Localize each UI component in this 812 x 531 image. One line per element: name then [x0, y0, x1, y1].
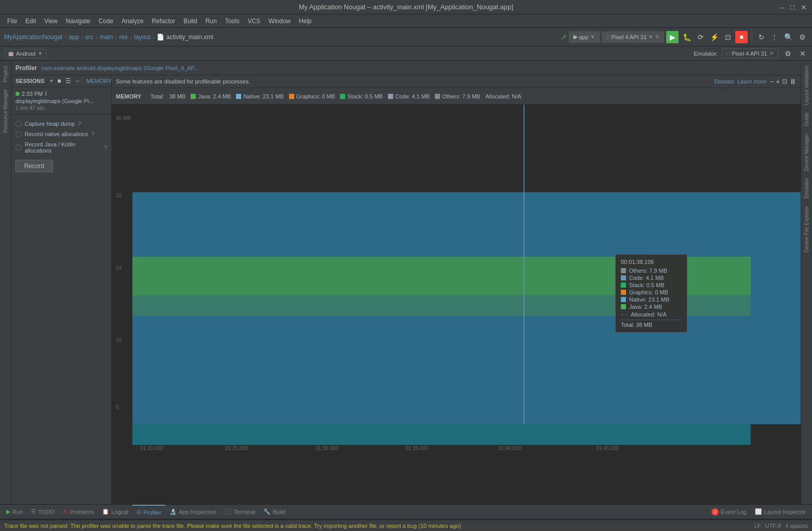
menu-refactor[interactable]: Refactor [149, 16, 178, 26]
app-selector[interactable]: ▶ app ▼ [569, 31, 600, 43]
breadcrumb-main[interactable]: main [99, 34, 113, 41]
capture-heap-label: Capture heap dump [25, 121, 75, 127]
sidebar-item-layout-validation[interactable]: Layout Validation [802, 63, 811, 108]
menu-vcs[interactable]: VCS [245, 16, 264, 26]
record-native-help[interactable]: ? [91, 131, 94, 137]
build-tab[interactable]: 🔧 Build [259, 505, 289, 519]
svg-text:01:40.000: 01:40.000 [498, 445, 521, 451]
breadcrumb-layout[interactable]: layout [134, 34, 150, 41]
sidebar-item-device-manager[interactable]: Device Manager [802, 130, 811, 174]
more-actions[interactable]: ⋮ [769, 32, 780, 42]
record-java-help[interactable]: ? [104, 144, 107, 151]
window-title: My Application Nougat – activity_main.xm… [299, 3, 513, 11]
capture-heap-radio[interactable] [15, 121, 22, 127]
sidebar-item-guide[interactable]: Guide [802, 109, 811, 129]
sidebar-item-resource-manager[interactable]: Resource Manager [1, 86, 10, 136]
sidebar-item-project[interactable]: Project [1, 63, 10, 85]
terminal-tab[interactable]: ⬛ Terminal [221, 505, 260, 519]
menu-file[interactable]: File [4, 16, 20, 26]
coverage-button[interactable]: ⟳ [696, 32, 706, 42]
menu-help[interactable]: Help [296, 16, 315, 26]
emulator-device-name: Pixel 4 API 31 [732, 51, 768, 57]
menu-run[interactable]: Run [202, 16, 220, 26]
terminal-label: Terminal [234, 509, 256, 515]
breadcrumb-app[interactable]: app [69, 34, 79, 41]
svg-text:01:45.000: 01:45.000 [596, 445, 619, 451]
learn-more-link[interactable]: Learn more [737, 78, 766, 85]
pause-btn[interactable]: ⏸ [789, 77, 797, 86]
android-selector[interactable]: 🤖 Android ▼ [4, 49, 46, 58]
profiler-package[interactable]: com.example.android.displayingbitmaps (G… [41, 65, 199, 71]
breadcrumb-res[interactable]: res [119, 34, 128, 41]
record-java-radio[interactable] [15, 144, 22, 151]
menu-navigate[interactable]: Navigate [63, 16, 93, 26]
menu-window[interactable]: Window [265, 16, 294, 26]
profiler-tab[interactable]: ⊙ Profiler [132, 505, 165, 519]
logcat-tab[interactable]: 📋 Logcat [98, 505, 132, 519]
layout-inspector-tab[interactable]: ⬜ Layout Inspector [751, 505, 810, 519]
emulator-settings[interactable]: ⚙ [783, 48, 793, 59]
spaces-indicator[interactable]: 4 spaces [785, 523, 808, 529]
cursor-icon[interactable]: ↗ [561, 33, 567, 41]
lf-indicator[interactable]: LF [754, 523, 761, 529]
emulator-close[interactable]: ✕ [798, 48, 808, 59]
profiler-label[interactable]: Profiler [15, 64, 37, 72]
maximize-btn[interactable]: □ [790, 3, 794, 11]
record-native-radio[interactable] [15, 131, 22, 137]
profile-button[interactable]: ⚡ [708, 32, 721, 42]
sessions-stop-btn[interactable]: ■ [56, 77, 62, 85]
breadcrumb-file[interactable]: 📄 activity_main.xml [157, 34, 213, 41]
memory-title: MEMORY [116, 93, 141, 99]
tooltip-graphics: Graphics: 0 MB [621, 289, 682, 295]
dismiss-link[interactable]: Dismiss [715, 78, 735, 85]
emulator-label: Emulator: [693, 51, 718, 57]
record-button[interactable]: Record [15, 160, 53, 172]
utf-indicator[interactable]: UTF-8 [765, 523, 781, 529]
emulator-device-selector[interactable]: □ Pixel 4 API 31 ✕ [722, 48, 779, 58]
settings-gear[interactable]: ⚙ [797, 32, 808, 42]
app-inspection-label: App Inspection [179, 509, 216, 515]
session-item[interactable]: 2:33 PM ℹ displayingbitmaps (Google Pi..… [11, 87, 111, 114]
app-inspection-tab[interactable]: 🔬 App Inspection [165, 505, 221, 519]
capture-heap-help[interactable]: ? [78, 121, 81, 127]
device-selector[interactable]: □ Pixel 4 API 31 ▼ ✕ [602, 31, 664, 43]
stop-button[interactable]: ■ [735, 31, 748, 43]
sessions-header: SESSIONS + ■ ☰ ← MEMORY ⚙ 🗑 [11, 75, 111, 87]
todo-tab[interactable]: ☰ TODO [27, 505, 59, 519]
sync-button[interactable]: ↻ [756, 32, 767, 42]
event-log-tab[interactable]: 2 Event Log [707, 505, 751, 519]
reset-zoom-btn[interactable]: ⊡ [782, 78, 787, 85]
sessions-list-btn[interactable]: ☰ [64, 77, 72, 85]
tooltip-allocated: - - Allocated: N/A [621, 311, 682, 318]
native-stat: Native: 23.1 MB [236, 93, 283, 99]
menu-build[interactable]: Build [180, 16, 200, 26]
breadcrumb-app-name[interactable]: MyApplicationNougat [4, 34, 62, 41]
breadcrumb: MyApplicationNougat › app › src › main ›… [4, 34, 213, 41]
menu-edit[interactable]: Edit [22, 16, 39, 26]
close-btn[interactable]: ✕ [801, 3, 807, 11]
menu-code[interactable]: Code [95, 16, 116, 26]
memory-tab[interactable]: MEMORY [84, 78, 114, 84]
run-tab[interactable]: ▶ Run [2, 505, 27, 519]
stop-profile-button[interactable]: ⊡ [723, 32, 733, 42]
debug-button[interactable]: 🐛 [681, 32, 693, 42]
sessions-add-btn[interactable]: + [48, 77, 54, 85]
run-button[interactable]: ▶ [666, 31, 679, 43]
session-duration: 1 min 47 sec [15, 105, 107, 111]
menu-analyze[interactable]: Analyze [119, 16, 147, 26]
memory-chart[interactable]: 40 MB 32 24 16 8 [112, 105, 801, 517]
menu-view[interactable]: View [41, 16, 61, 26]
right-vertical-sidebar: Layout Validation Guide Device Manager E… [801, 61, 812, 517]
problems-tab[interactable]: ⚠ Problems [59, 505, 98, 519]
menu-tools[interactable]: Tools [222, 16, 243, 26]
breadcrumb-src[interactable]: src [85, 34, 93, 41]
minimize-btn[interactable]: – [780, 3, 784, 11]
svg-text:01:35.000: 01:35.000 [405, 445, 429, 451]
code-stat: Code: 4.1 MB [388, 93, 430, 99]
zoom-out-btn[interactable]: − [770, 77, 774, 86]
sessions-back-btn[interactable]: ← [74, 77, 82, 85]
zoom-in-btn[interactable]: + [776, 77, 780, 86]
sidebar-item-device-file-explorer[interactable]: Device File Explorer [802, 203, 811, 255]
search-button[interactable]: 🔍 [782, 32, 795, 42]
sidebar-item-emulator[interactable]: Emulator [802, 175, 811, 202]
